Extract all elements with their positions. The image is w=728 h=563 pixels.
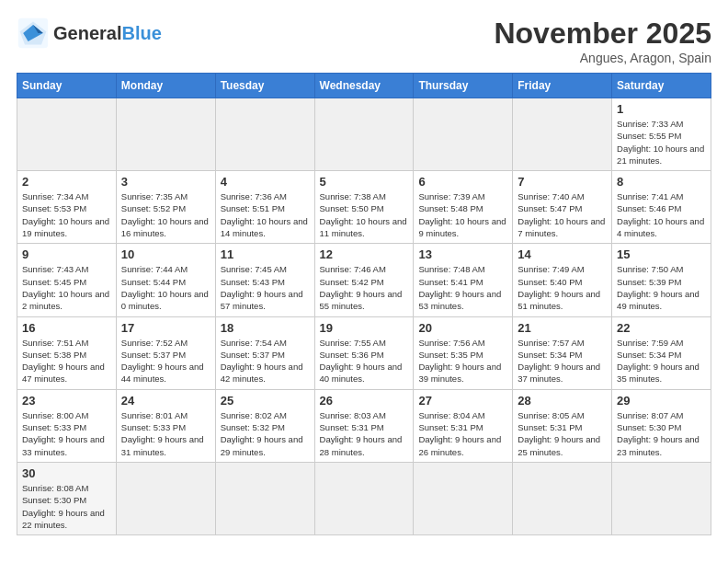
- col-friday: Friday: [513, 74, 612, 98]
- day-21: 21 Sunrise: 7:57 AMSunset: 5:34 PMDaylig…: [513, 316, 612, 389]
- empty-cell: [414, 462, 513, 534]
- empty-cell: [17, 98, 117, 171]
- calendar-row-5: 23 Sunrise: 8:00 AMSunset: 5:33 PMDaylig…: [17, 389, 711, 462]
- calendar-row-4: 16 Sunrise: 7:51 AMSunset: 5:38 PMDaylig…: [17, 316, 711, 389]
- col-sunday: Sunday: [17, 74, 117, 98]
- empty-cell: [116, 462, 215, 534]
- col-wednesday: Wednesday: [314, 74, 414, 98]
- empty-cell: [513, 462, 612, 534]
- empty-cell: [215, 98, 314, 171]
- day-10: 10 Sunrise: 7:44 AMSunset: 5:44 PMDaylig…: [116, 244, 215, 316]
- day-24: 24 Sunrise: 8:01 AMSunset: 5:33 PMDaylig…: [116, 389, 215, 462]
- day-4: 4 Sunrise: 7:36 AMSunset: 5:51 PMDayligh…: [215, 171, 314, 244]
- day-8: 8 Sunrise: 7:41 AMSunset: 5:46 PMDayligh…: [612, 171, 711, 244]
- sunrise-label: Sunrise:: [617, 119, 652, 129]
- day-27: 27 Sunrise: 8:04 AMSunset: 5:31 PMDaylig…: [414, 389, 513, 462]
- day-22: 22 Sunrise: 7:59 AMSunset: 5:34 PMDaylig…: [612, 316, 711, 389]
- location: Angues, Aragon, Spain: [494, 51, 711, 65]
- calendar-row-1: 1 Sunrise: 7:33 AM Sunset: 5:55 PM Dayli…: [17, 98, 711, 171]
- sunset-label: Sunset:: [617, 131, 649, 141]
- title-block: November 2025 Angues, Aragon, Spain: [494, 17, 711, 65]
- day-14: 14 Sunrise: 7:49 AMSunset: 5:40 PMDaylig…: [513, 244, 612, 316]
- day-15: 15 Sunrise: 7:50 AMSunset: 5:39 PMDaylig…: [612, 244, 711, 316]
- col-tuesday: Tuesday: [215, 74, 314, 98]
- day-1: 1 Sunrise: 7:33 AM Sunset: 5:55 PM Dayli…: [612, 98, 711, 171]
- calendar-table: Sunday Monday Tuesday Wednesday Thursday…: [17, 73, 711, 535]
- sunrise-value: 7:33 AM: [652, 119, 684, 129]
- day-29: 29 Sunrise: 8:07 AMSunset: 5:30 PMDaylig…: [612, 389, 711, 462]
- empty-cell: [314, 462, 414, 534]
- day-28: 28 Sunrise: 8:05 AMSunset: 5:31 PMDaylig…: [513, 389, 612, 462]
- empty-cell: [215, 462, 314, 534]
- day-23: 23 Sunrise: 8:00 AMSunset: 5:33 PMDaylig…: [17, 389, 117, 462]
- day-6: 6 Sunrise: 7:39 AMSunset: 5:48 PMDayligh…: [414, 171, 513, 244]
- day-18: 18 Sunrise: 7:54 AMSunset: 5:37 PMDaylig…: [215, 316, 314, 389]
- day-20: 20 Sunrise: 7:56 AMSunset: 5:35 PMDaylig…: [414, 316, 513, 389]
- calendar-header-row: Sunday Monday Tuesday Wednesday Thursday…: [17, 74, 711, 98]
- page-header: GeneralBlue November 2025 Angues, Aragon…: [17, 17, 711, 65]
- day-5: 5 Sunrise: 7:38 AMSunset: 5:50 PMDayligh…: [314, 171, 414, 244]
- col-saturday: Saturday: [612, 74, 711, 98]
- day-12: 12 Sunrise: 7:46 AMSunset: 5:42 PMDaylig…: [314, 244, 414, 316]
- empty-cell: [414, 98, 513, 171]
- col-thursday: Thursday: [414, 74, 513, 98]
- empty-cell: [612, 462, 711, 534]
- logo-text: GeneralBlue: [53, 23, 162, 43]
- empty-cell: [116, 98, 215, 171]
- daylight-label: Daylight:: [617, 144, 654, 154]
- sunset-value: 5:55 PM: [649, 131, 681, 141]
- day-17: 17 Sunrise: 7:52 AMSunset: 5:37 PMDaylig…: [116, 316, 215, 389]
- day-2: 2 Sunrise: 7:34 AMSunset: 5:53 PMDayligh…: [17, 171, 117, 244]
- calendar-row-3: 9 Sunrise: 7:43 AMSunset: 5:45 PMDayligh…: [17, 244, 711, 316]
- day-26: 26 Sunrise: 8:03 AMSunset: 5:31 PMDaylig…: [314, 389, 414, 462]
- empty-cell: [314, 98, 414, 171]
- empty-cell: [513, 98, 612, 171]
- calendar-row-6: 30 Sunrise: 8:08 AMSunset: 5:30 PMDaylig…: [17, 462, 711, 534]
- logo: GeneralBlue: [17, 17, 162, 50]
- day-9: 9 Sunrise: 7:43 AMSunset: 5:45 PMDayligh…: [17, 244, 117, 316]
- col-monday: Monday: [116, 74, 215, 98]
- day-11: 11 Sunrise: 7:45 AMSunset: 5:43 PMDaylig…: [215, 244, 314, 316]
- day-19: 19 Sunrise: 7:55 AMSunset: 5:36 PMDaylig…: [314, 316, 414, 389]
- day-30: 30 Sunrise: 8:08 AMSunset: 5:30 PMDaylig…: [17, 462, 117, 534]
- day-3: 3 Sunrise: 7:35 AMSunset: 5:52 PMDayligh…: [116, 171, 215, 244]
- day-25: 25 Sunrise: 8:02 AMSunset: 5:32 PMDaylig…: [215, 389, 314, 462]
- day-7: 7 Sunrise: 7:40 AMSunset: 5:47 PMDayligh…: [513, 171, 612, 244]
- logo-icon: [17, 17, 50, 50]
- calendar-row-2: 2 Sunrise: 7:34 AMSunset: 5:53 PMDayligh…: [17, 171, 711, 244]
- day-16: 16 Sunrise: 7:51 AMSunset: 5:38 PMDaylig…: [17, 316, 117, 389]
- month-title: November 2025: [494, 17, 711, 51]
- day-13: 13 Sunrise: 7:48 AMSunset: 5:41 PMDaylig…: [414, 244, 513, 316]
